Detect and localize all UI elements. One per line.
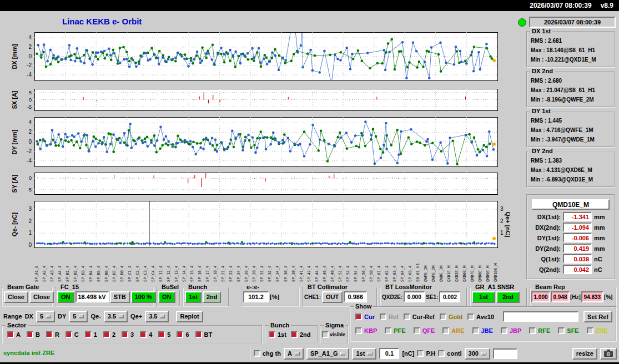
ph-checkbox[interactable]: P.H [417,350,435,357]
x-tick-label: QWFE_1M [424,250,429,282]
show-pfe-checkbox[interactable]: PFE [385,327,405,334]
x-tick-label: SP_15_4 [190,250,195,282]
status-led [518,18,526,27]
checkbox-label: KBP [364,327,377,334]
select-value: 5 [40,313,43,320]
bunch-1st-button[interactable]: 1st [185,291,202,303]
monitor-panel: QMD10E_M DX(1st): -1.341 mm DX(2nd): -1.… [526,194,615,280]
monitor-row-unit: nC [594,256,602,262]
monitor-row-label: DX(2nd): [530,224,561,231]
set-ref-button[interactable]: Set Ref [583,311,612,322]
show-frame: Show Cur Ref Cur-Ref Gold Ave10 [350,306,617,342]
x-tick-label: SP_11_4 [159,250,164,282]
plot-x-axis-labels: SP_A1_GSP_A2_4SP_A3_4SP_A4_4SP_B1_4SP_B2… [34,250,499,282]
bunch-2nd-checkbox[interactable]: 2nd [291,331,311,338]
beam-gate-frame: Beam Gate Close Close [2,287,53,307]
x-tick-label: SP_51_4 [338,250,343,282]
che1-state-button[interactable]: OUT [322,291,343,303]
range-qem-select[interactable]: 3.5 [104,311,128,322]
show-sfe-checkbox[interactable]: SFE [558,327,578,334]
show-zre-checkbox[interactable]: ZRE [587,327,608,334]
range-dy-select[interactable]: 5 [69,311,88,322]
show-are-checkbox[interactable]: ARE [442,327,464,334]
x-tick-label: QWFE_2M [431,250,436,282]
x-tick-label: SP_31_4 [260,250,265,282]
show-ref-checkbox[interactable]: Ref [380,314,399,320]
svg-text:5: 5 [29,90,32,95]
monitor-name-button[interactable]: QMD10E_M [532,199,610,210]
busel-frame: BuSel ON [156,287,180,307]
sector-checkbox-4[interactable]: 4 [140,331,152,338]
gr-a1-snsr-frame: GR_A1 SNSR 1st 2nd [470,287,527,307]
beam-gate-close-2-button[interactable]: Close [29,291,54,303]
sector-checkbox-bt[interactable]: BT [195,331,213,338]
sigma-visible-checkbox[interactable]: visible [322,331,345,338]
x-tick-label: SP_B5_4 [97,250,102,282]
sector-checkbox-b[interactable]: B [27,331,40,338]
ee-ratio-field: 101.2 [243,291,269,302]
fc15-on-button[interactable]: ON [57,291,74,303]
sector-checkbox-5[interactable]: 5 [158,331,170,338]
sector-checkbox-r[interactable]: R [46,331,59,338]
range-qep-select[interactable]: 3.5 [145,311,169,322]
dropdown-indicator-icon [368,352,373,355]
show-cur-checkbox[interactable]: Cur [355,314,375,320]
sector-checkbox-1[interactable]: 1 [85,331,97,338]
checkbox-label: Cur-Ref [412,314,435,320]
sector-checkbox-3[interactable]: 3 [122,331,134,338]
stats-caption: DX 2nd [530,68,555,74]
sector-checkbox-2[interactable]: 2 [103,331,115,338]
charge-plot: 3210321Qe- [nC]Qe+ [nC] [10,200,510,249]
show-rfe-checkbox[interactable]: RFE [529,327,550,334]
x-tick-label: SP_C2_4 [135,250,140,282]
chg-th-checkbox[interactable]: chg th [254,350,281,357]
monitor-row-unit: mm [594,214,605,220]
checkbox-indicator [385,327,391,334]
checkbox-indicator [140,331,147,338]
show-qfe-checkbox[interactable]: QFE [414,327,435,334]
checkbox-indicator [440,314,446,320]
checkbox-label: A [16,331,21,338]
replot-button[interactable]: Replot [176,311,203,322]
checkbox-indicator [355,327,362,334]
fc15-stb-button[interactable]: STB [110,291,130,303]
x-tick-label: SP_42_4 [307,250,312,282]
bunch-2nd-button[interactable]: 2nd [203,291,222,303]
application-window: 2026/03/07 08:00:39 v8.9 Linac KEKB e- O… [0,0,619,364]
beam-gate-close-1-button[interactable]: Close [4,291,28,303]
stats-frame-dx-2nd: DX 2nd RMS : 2.680 Max : 21.047@S8_61_H1… [526,71,615,108]
show-gold-checkbox[interactable]: Gold [440,314,462,320]
x-tick-label: SP_21_4 [221,250,226,282]
gr-a1-1st-button[interactable]: 1st [472,291,495,303]
show-kbp-checkbox[interactable]: KBP [355,327,377,334]
show-jbp-checkbox[interactable]: JBP [501,327,521,334]
conti-checkbox[interactable]: conti [438,350,461,357]
sector-checkbox-6[interactable]: 6 [177,331,189,338]
device-select[interactable]: SP_A1_G [306,348,350,360]
bunch-1st-checkbox[interactable]: 1st [269,331,286,338]
page-title: Linac KEKB e- Orbit [62,17,142,26]
ref-file-entry[interactable] [503,311,578,322]
statusbar-entry[interactable] [493,348,517,359]
x-tick-label: SP_18_4 [213,250,218,282]
mode-select[interactable]: A [284,348,304,360]
screenshot-button[interactable] [600,348,617,360]
threshold-field[interactable]: 0.1 [379,348,399,359]
checkbox-label: JBE [481,327,493,334]
show-cur-ref-checkbox[interactable]: Cur-Ref [404,314,435,320]
sector-checkbox-a[interactable]: A [7,331,21,338]
checkbox-label: ARE [451,327,464,334]
bunch-select[interactable]: 1st [352,348,376,360]
checkbox-label: Gold [449,314,462,320]
svg-text:2: 2 [500,218,504,224]
show-ave10-checkbox[interactable]: Ave10 [467,314,494,320]
busel-on-button[interactable]: ON [158,291,175,303]
count-select[interactable]: 300 [465,348,490,360]
x-tick-label: SP_54_4 [354,250,359,282]
resize-button[interactable]: resize [572,348,597,360]
select-value: 5 [73,313,76,320]
gr-a1-2nd-button[interactable]: 2nd [496,291,520,303]
range-dx-select[interactable]: 5 [36,311,55,322]
show-jbe-checkbox[interactable]: JBE [472,327,493,334]
sector-checkbox-c[interactable]: C [66,331,79,338]
